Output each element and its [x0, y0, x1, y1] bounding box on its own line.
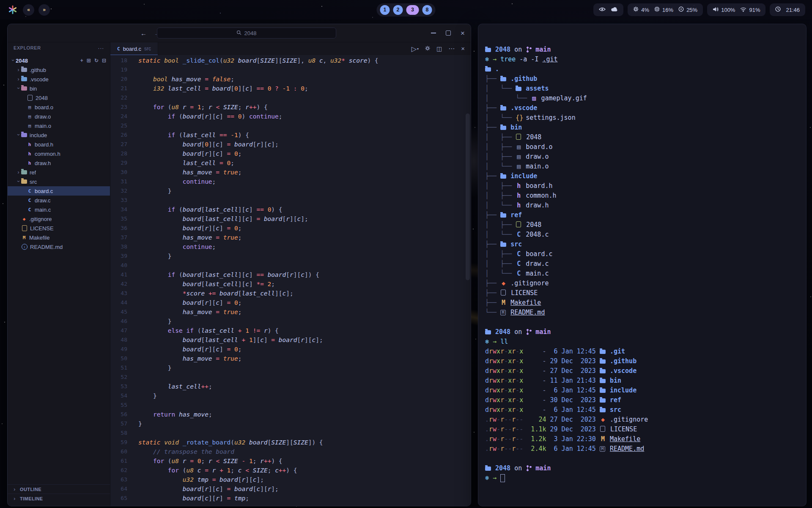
code-line[interactable]	[138, 196, 471, 205]
tab-board-c[interactable]: board.c src	[110, 42, 158, 55]
media-prev-button[interactable]	[23, 4, 34, 16]
code-line[interactable]: if (board[r][c] == 0) continue;	[138, 112, 471, 121]
sidebar-item-common.h[interactable]: hcommon.h	[8, 149, 110, 158]
sidebar-item-2048[interactable]: 2048+⊞↻⊟	[8, 56, 110, 65]
code-line[interactable]: else if (last_cell + 1 != r) {	[138, 326, 471, 335]
sidebar-item-LICENSE[interactable]: LICENSE	[8, 224, 110, 233]
sidebar-item-.vscode[interactable]: .vscode	[8, 75, 110, 84]
code-line[interactable]: has_move = true;	[138, 354, 471, 363]
code-line[interactable]	[138, 400, 471, 410]
code-line[interactable]: }	[138, 251, 471, 261]
code-line[interactable]: board[c][r] = tmp;	[138, 494, 471, 503]
media-next-button[interactable]	[38, 4, 50, 16]
code-editor[interactable]: 1819202122232425262728293031323334353637…	[110, 55, 471, 506]
sidebar-item-bin[interactable]: bin	[8, 84, 110, 93]
sidebar-item-2048[interactable]: 2048	[8, 93, 110, 102]
nixos-logo-icon[interactable]	[7, 4, 19, 16]
code-line[interactable]	[138, 428, 471, 438]
run-button[interactable]	[411, 45, 419, 53]
code-line[interactable]: last_cell = 0;	[138, 158, 471, 168]
code-line[interactable]: board[r][c] = 0;	[138, 298, 471, 307]
sidebar-item-README.md[interactable]: iREADME.md	[8, 242, 110, 251]
code-line[interactable]: for (u8 r = 0; r < SIZE - 1; r++) {	[138, 456, 471, 466]
code-line[interactable]: for (u8 c = r + 1; c < SIZE; c++) {	[138, 466, 471, 475]
sidebar-item-draw.h[interactable]: hdraw.h	[8, 158, 110, 168]
system-stats-widget[interactable]: 4% 16% 25%	[628, 3, 703, 16]
code-line[interactable]: board[last_cell][c] *= 2;	[138, 279, 471, 289]
editor-scrollbar[interactable]	[466, 55, 470, 506]
terminal-window[interactable]: 2048 on main❄ → tree -a -I .git .├── .gi…	[478, 24, 807, 506]
code-line[interactable]: *score += board[last_cell][c];	[138, 289, 471, 298]
maximize-button[interactable]	[446, 30, 451, 36]
sidebar-item-draw.c[interactable]: Cdraw.c	[8, 196, 110, 205]
sidebar-item-.github[interactable]: .github	[8, 65, 110, 75]
code-line[interactable]: has_move = true;	[138, 307, 471, 317]
code-line[interactable]: has_move = true;	[138, 233, 471, 242]
code-line[interactable]: board[r][c] = 0;	[138, 345, 471, 354]
sidebar-item-main.o[interactable]: ▤main.o	[8, 121, 110, 130]
code-line[interactable]: i32 last_cell = board[0][c] == 0 ? -1 : …	[138, 84, 471, 93]
editor-more-icon[interactable]	[448, 45, 455, 52]
outline-panel[interactable]: OUTLINE	[8, 484, 110, 494]
code-line[interactable]	[138, 261, 471, 270]
workspace-button-8[interactable]: 8	[422, 5, 432, 15]
back-button[interactable]	[140, 30, 147, 37]
close-editor-icon[interactable]	[461, 45, 465, 52]
scrollbar-thumb[interactable]	[466, 113, 470, 280]
sidebar-item-ref[interactable]: ref	[8, 168, 110, 177]
code-line[interactable]: bool has_move = false;	[138, 75, 471, 84]
code-line[interactable]	[138, 65, 471, 75]
code-line[interactable]: u32 tmp = board[r][c];	[138, 475, 471, 484]
code-line[interactable]: }	[138, 419, 471, 428]
settings-gear-icon[interactable]	[425, 45, 430, 52]
code-line[interactable]: board[0][c] = board[r][c];	[138, 140, 471, 149]
code-line[interactable]: }	[138, 391, 471, 400]
code-line[interactable]: board[r][c] = 0;	[138, 149, 471, 158]
new-file-icon[interactable]: +	[80, 58, 83, 64]
collapse-all-icon[interactable]: ⊟	[102, 58, 106, 64]
code-line[interactable]: // transpose the board	[138, 447, 471, 456]
sidebar-item-Makefile[interactable]: MMakefile	[8, 233, 110, 242]
sidebar-item-board.o[interactable]: ▤board.o	[8, 102, 110, 112]
code-line[interactable]: if (board[last_cell][c] == 0) {	[138, 205, 471, 214]
code-line[interactable]: board[last_cell + 1][c] = board[r][c];	[138, 335, 471, 345]
sidebar-item-include[interactable]: include	[8, 130, 110, 140]
code-line[interactable]: board[last_cell][c] = board[r][c];	[138, 214, 471, 224]
code-line[interactable]: static void _rotate_board(u32 board[SIZE…	[138, 438, 471, 447]
sidebar-item-board.c[interactable]: Cboard.c	[8, 186, 110, 196]
code-line[interactable]: }	[138, 186, 471, 196]
code-line[interactable]: static bool _slide_col(u32 board[SIZE][S…	[138, 56, 471, 65]
code-line[interactable]: board[r][c] = board[c][r];	[138, 484, 471, 494]
sidebar-item-.gitignore[interactable]: ◆.gitignore	[8, 214, 110, 224]
code-line[interactable]	[138, 121, 471, 130]
sidebar-item-draw.o[interactable]: ▤draw.o	[8, 112, 110, 121]
code-line[interactable]: if (board[last_cell][c] == board[r][c]) …	[138, 270, 471, 279]
code-line[interactable]: }	[138, 363, 471, 373]
code-line[interactable]: return has_move;	[138, 410, 471, 419]
sidebar-item-main.c[interactable]: Cmain.c	[8, 205, 110, 214]
minimize-button[interactable]	[431, 33, 436, 33]
timeline-panel[interactable]: TIMELINE	[8, 494, 110, 503]
close-button[interactable]	[461, 30, 465, 37]
command-center-search[interactable]: 2048	[156, 28, 336, 39]
sidebar-item-board.h[interactable]: hboard.h	[8, 140, 110, 149]
code-line[interactable]: last_cell++;	[138, 382, 471, 391]
split-editor-icon[interactable]	[436, 45, 442, 52]
workspace-button-1[interactable]: 1	[380, 5, 390, 15]
code-line[interactable]	[138, 373, 471, 382]
sidebar-item-src[interactable]: src	[8, 177, 110, 186]
code-line[interactable]: has_move = true;	[138, 168, 471, 177]
code-line[interactable]	[138, 93, 471, 102]
code-line[interactable]: continue;	[138, 177, 471, 186]
code-line[interactable]: continue;	[138, 242, 471, 251]
workspace-button-2[interactable]: 2	[393, 5, 403, 15]
audio-network-widget[interactable]: 100% 91%	[707, 3, 765, 16]
refresh-icon[interactable]: ↻	[94, 58, 99, 64]
code-line[interactable]: if (last_cell == -1) {	[138, 130, 471, 140]
workspace-button-3[interactable]: 3	[406, 5, 419, 15]
weather-widget[interactable]	[593, 3, 623, 16]
code-line[interactable]: for (u8 r = 1; r < SIZE; r++) {	[138, 102, 471, 112]
clock-widget[interactable]: 21:46	[770, 3, 805, 16]
new-folder-icon[interactable]: ⊞	[87, 58, 91, 64]
code-line[interactable]: board[r][c] = 0;	[138, 224, 471, 233]
